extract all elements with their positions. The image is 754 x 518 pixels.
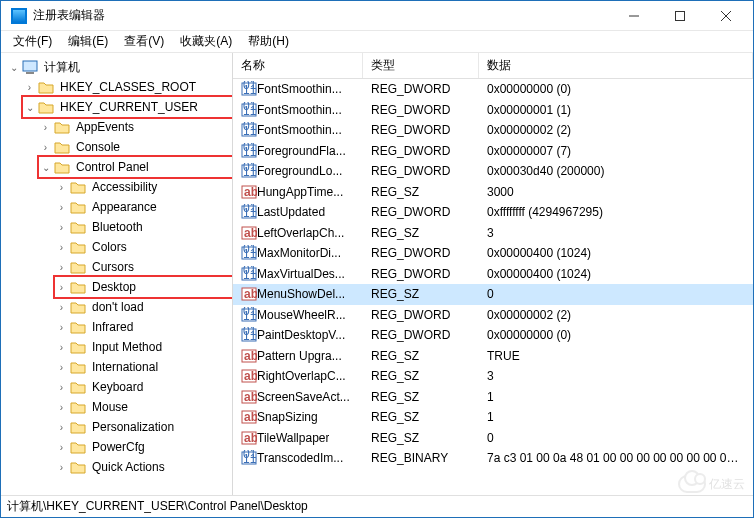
- tree-item[interactable]: ›Mouse: [55, 397, 232, 417]
- registry-value-row[interactable]: abScreenSaveAct...REG_SZ1: [233, 387, 753, 408]
- column-name[interactable]: 名称: [233, 53, 363, 78]
- expand-icon[interactable]: ›: [55, 201, 68, 214]
- registry-value-row[interactable]: 011110MaxMonitorDi...REG_DWORD0x00000400…: [233, 243, 753, 264]
- dword-value-icon: 011110: [241, 266, 257, 282]
- tree-pane[interactable]: ⌄ 计算机 ›HKEY_CLASSES_ROOT ⌄HKEY_CURRENT_U…: [1, 53, 233, 495]
- maximize-button[interactable]: [657, 2, 703, 30]
- registry-value-row[interactable]: abSnapSizingREG_SZ1: [233, 407, 753, 428]
- menu-help[interactable]: 帮助(H): [242, 31, 295, 52]
- folder-icon: [70, 420, 86, 435]
- tree-item[interactable]: ›Cursors: [55, 257, 232, 277]
- registry-value-row[interactable]: abPattern Upgra...REG_SZTRUE: [233, 346, 753, 367]
- value-name: HungAppTime...: [257, 185, 343, 199]
- tree-item[interactable]: ›Keyboard: [55, 377, 232, 397]
- expand-icon[interactable]: ›: [55, 281, 68, 294]
- tree-item[interactable]: ›Colors: [55, 237, 232, 257]
- expand-icon[interactable]: ›: [55, 461, 68, 474]
- tree-item[interactable]: ›don't load: [55, 297, 232, 317]
- expand-icon[interactable]: ›: [23, 81, 36, 94]
- column-type[interactable]: 类型: [363, 53, 479, 78]
- registry-value-row[interactable]: 011110FontSmoothin...REG_DWORD0x00000000…: [233, 79, 753, 100]
- tree-hkcu[interactable]: ⌄HKEY_CURRENT_USER: [23, 97, 232, 117]
- tree-item[interactable]: ›Bluetooth: [55, 217, 232, 237]
- registry-value-row[interactable]: 011110MaxVirtualDes...REG_DWORD0x0000040…: [233, 264, 753, 285]
- tree-item[interactable]: ›Infrared: [55, 317, 232, 337]
- tree-item[interactable]: ›Accessibility: [55, 177, 232, 197]
- dword-value-icon: 011110: [241, 327, 257, 343]
- expand-icon[interactable]: ›: [55, 341, 68, 354]
- registry-value-row[interactable]: 011110PaintDesktopV...REG_DWORD0x0000000…: [233, 325, 753, 346]
- registry-value-row[interactable]: 011110MouseWheelR...REG_DWORD0x00000002 …: [233, 305, 753, 326]
- registry-value-row[interactable]: 011110TranscodedIm...REG_BINARY7a c3 01 …: [233, 448, 753, 469]
- expand-icon[interactable]: ›: [55, 261, 68, 274]
- expand-icon[interactable]: ›: [55, 381, 68, 394]
- menu-favorites[interactable]: 收藏夹(A): [174, 31, 238, 52]
- tree-control-panel[interactable]: ⌄Control Panel: [39, 157, 232, 177]
- folder-icon: [54, 160, 70, 175]
- expand-icon[interactable]: ›: [55, 221, 68, 234]
- expand-icon[interactable]: ›: [55, 301, 68, 314]
- expand-icon[interactable]: ›: [55, 421, 68, 434]
- registry-value-row[interactable]: 011110FontSmoothin...REG_DWORD0x00000002…: [233, 120, 753, 141]
- expand-icon[interactable]: ⌄: [7, 61, 20, 74]
- menu-view[interactable]: 查看(V): [118, 31, 170, 52]
- registry-value-row[interactable]: 011110ForegroundFla...REG_DWORD0x0000000…: [233, 141, 753, 162]
- tree-item[interactable]: ›Quick Actions: [55, 457, 232, 477]
- tree-item[interactable]: ›Personalization: [55, 417, 232, 437]
- expand-icon[interactable]: ›: [55, 361, 68, 374]
- value-type: REG_DWORD: [363, 123, 479, 137]
- list-pane[interactable]: 名称 类型 数据 011110FontSmoothin...REG_DWORD0…: [233, 53, 753, 495]
- watermark: 亿速云: [678, 475, 745, 493]
- expand-icon[interactable]: ›: [55, 181, 68, 194]
- menu-edit[interactable]: 编辑(E): [62, 31, 114, 52]
- value-data: 1: [479, 410, 753, 424]
- registry-value-row[interactable]: abRightOverlapC...REG_SZ3: [233, 366, 753, 387]
- title-bar: 注册表编辑器: [1, 1, 753, 31]
- tree-console[interactable]: ›Console: [39, 137, 232, 157]
- minimize-button[interactable]: [611, 2, 657, 30]
- svg-text:110: 110: [243, 452, 257, 466]
- svg-rect-1: [676, 11, 685, 20]
- registry-value-row[interactable]: 011110LastUpdatedREG_DWORD0xffffffff (42…: [233, 202, 753, 223]
- value-name: FontSmoothin...: [257, 103, 342, 117]
- folder-icon: [38, 100, 54, 115]
- registry-value-row[interactable]: abLeftOverlapCh...REG_SZ3: [233, 223, 753, 244]
- svg-text:110: 110: [243, 165, 257, 179]
- menu-file[interactable]: 文件(F): [7, 31, 58, 52]
- expand-icon[interactable]: ⌄: [39, 161, 52, 174]
- value-type: REG_DWORD: [363, 328, 479, 342]
- expand-icon[interactable]: ›: [55, 401, 68, 414]
- expand-icon[interactable]: ›: [39, 141, 52, 154]
- tree-item[interactable]: ›PowerCfg: [55, 437, 232, 457]
- tree-item[interactable]: ›Input Method: [55, 337, 232, 357]
- expand-icon[interactable]: ›: [39, 121, 52, 134]
- expand-icon[interactable]: ⌄: [23, 101, 36, 114]
- tree-root[interactable]: ⌄ 计算机: [7, 57, 232, 77]
- registry-value-row[interactable]: 011110ForegroundLo...REG_DWORD0x00030d40…: [233, 161, 753, 182]
- column-data[interactable]: 数据: [479, 53, 753, 78]
- registry-value-row[interactable]: abTileWallpaperREG_SZ0: [233, 428, 753, 449]
- expand-icon[interactable]: ›: [55, 321, 68, 334]
- registry-value-row[interactable]: abHungAppTime...REG_SZ3000: [233, 182, 753, 203]
- string-value-icon: ab: [241, 368, 257, 384]
- value-type: REG_SZ: [363, 287, 479, 301]
- expand-icon[interactable]: ›: [55, 441, 68, 454]
- value-name: TileWallpaper: [257, 431, 329, 445]
- svg-text:ab: ab: [244, 410, 257, 424]
- registry-value-row[interactable]: abMenuShowDel...REG_SZ0: [233, 284, 753, 305]
- tree-appevents[interactable]: ›AppEvents: [39, 117, 232, 137]
- value-type: REG_SZ: [363, 431, 479, 445]
- registry-value-row[interactable]: 011110FontSmoothin...REG_DWORD0x00000001…: [233, 100, 753, 121]
- svg-text:110: 110: [243, 124, 257, 138]
- value-type: REG_DWORD: [363, 144, 479, 158]
- tree-item[interactable]: ›International: [55, 357, 232, 377]
- tree-item[interactable]: ›Appearance: [55, 197, 232, 217]
- tree-item[interactable]: ›Desktop: [55, 277, 232, 297]
- expand-icon[interactable]: ›: [55, 241, 68, 254]
- folder-icon: [70, 360, 86, 375]
- close-button[interactable]: [703, 2, 749, 30]
- value-data: 1: [479, 390, 753, 404]
- tree-hkcr[interactable]: ›HKEY_CLASSES_ROOT: [23, 77, 232, 97]
- folder-icon: [54, 120, 70, 135]
- folder-icon: [70, 240, 86, 255]
